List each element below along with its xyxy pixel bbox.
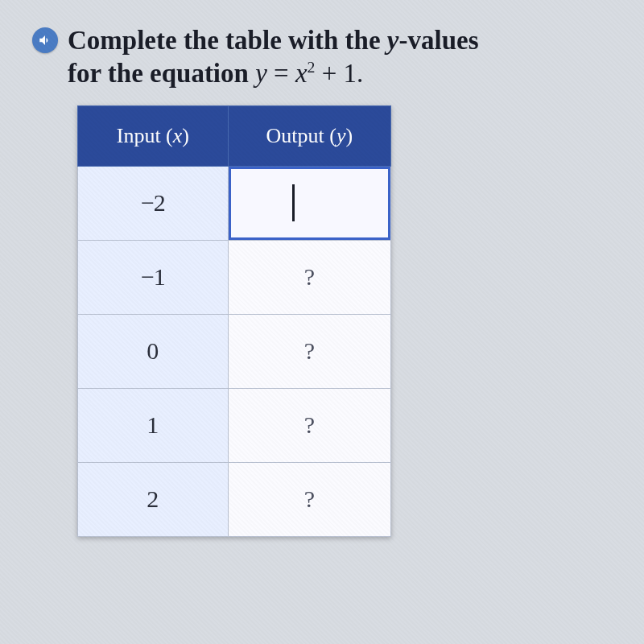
input-cell-3: 1	[78, 388, 229, 462]
header-output-b: )	[345, 124, 353, 147]
input-cell-2: 0	[78, 314, 229, 388]
prompt-text-1: Complete the table with the	[68, 26, 387, 55]
question-prompt: Complete the table with the y-values for…	[68, 24, 479, 91]
text-cursor	[292, 184, 295, 221]
output-input-1[interactable]: ?	[228, 240, 390, 314]
output-val-4: ?	[304, 485, 315, 512]
header-input-var: x	[173, 124, 183, 147]
input-val-2: 0	[147, 337, 159, 364]
output-val-1: ?	[304, 263, 315, 290]
input-cell-4: 2	[78, 462, 229, 536]
output-input-2[interactable]: ?	[228, 314, 390, 388]
table-row: 1 ?	[78, 388, 391, 462]
eq-plus: + 1.	[315, 59, 363, 88]
header-output: Output (y)	[228, 105, 390, 166]
table-header-row: Input (x) Output (y)	[78, 105, 391, 166]
prompt-text-2: -values	[399, 26, 479, 55]
input-cell-1: −1	[78, 240, 229, 314]
eq-rhs-sup: 2	[308, 58, 316, 76]
eq-lhs: y	[255, 59, 267, 88]
header-output-var: y	[336, 124, 346, 147]
input-val-1: −1	[141, 263, 165, 290]
output-input-4[interactable]: ?	[228, 462, 390, 536]
output-input-0[interactable]	[228, 166, 390, 240]
header-input-a: Input (	[117, 124, 173, 147]
output-val-3: ?	[304, 411, 315, 438]
input-val-4: 2	[147, 485, 159, 512]
output-input-3[interactable]: ?	[228, 388, 390, 462]
table-row: 2 ?	[78, 462, 391, 536]
header-input: Input (x)	[78, 105, 229, 166]
input-cell-0: −2	[78, 166, 229, 240]
input-val-0: −2	[141, 189, 165, 216]
speaker-icon[interactable]	[32, 27, 58, 53]
output-val-2: ?	[304, 337, 315, 364]
prompt-text-3: for the equation	[68, 59, 255, 88]
eq-rhs-var: x	[295, 59, 308, 88]
eq-eq: =	[267, 59, 295, 88]
speaker-glyph	[38, 33, 52, 47]
table-row: 0 ?	[78, 314, 391, 388]
table-row: −2	[78, 166, 391, 240]
input-val-3: 1	[147, 411, 159, 438]
function-table: Input (x) Output (y) −2 −1 ? 0	[77, 105, 391, 537]
prompt-var-y: y	[387, 26, 399, 55]
header-output-a: Output (	[266, 124, 336, 147]
header-input-b: )	[182, 124, 189, 147]
table-row: −1 ?	[78, 240, 391, 314]
